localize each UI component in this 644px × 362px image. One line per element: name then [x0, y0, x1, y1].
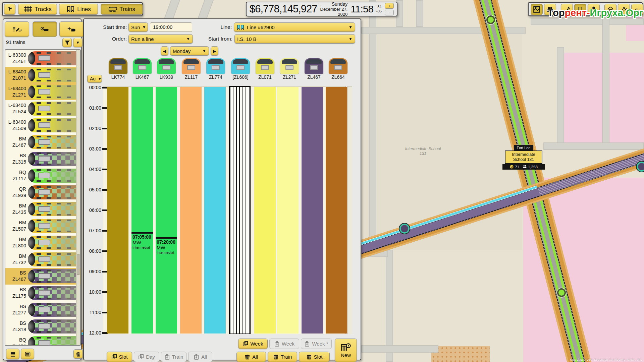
- train-tab[interactable]: [256, 58, 274, 74]
- timetable-column[interactable]: 07:05:00MWIntermediat: [131, 87, 153, 334]
- paste-icon: [304, 341, 310, 347]
- hour-label: 06:00: [85, 207, 101, 213]
- speed-down-button[interactable]: -: [385, 10, 394, 15]
- trains-mode-button[interactable]: Trains: [101, 4, 143, 15]
- train-list-item[interactable]: L-63400ZL524: [5, 100, 80, 117]
- train-list-item[interactable]: BMZL507: [5, 218, 80, 234]
- train-list-item[interactable]: BQZL076: [5, 335, 80, 346]
- copy-slot-button[interactable]: Slot: [107, 352, 132, 362]
- train-list-item[interactable]: L-63300ZL461: [5, 50, 80, 67]
- copy-day-button[interactable]: Day: [134, 352, 159, 362]
- prev-day-button[interactable]: ◀: [161, 46, 168, 56]
- timetable-column-selected[interactable]: [229, 86, 251, 334]
- train-livery-image: [28, 319, 79, 334]
- delete-train-button[interactable]: [73, 349, 83, 359]
- timetable-column[interactable]: [204, 87, 226, 334]
- train-tab[interactable]: [305, 58, 323, 74]
- train-list-item[interactable]: BMZL435: [5, 201, 80, 218]
- tracks-mode-button[interactable]: Tracks: [18, 4, 57, 15]
- train-tab[interactable]: [206, 58, 225, 74]
- train-tab[interactable]: [182, 58, 201, 74]
- schedule-block[interactable]: 07:20:00MWIntermediat: [156, 237, 177, 255]
- timetable-column[interactable]: [107, 87, 128, 334]
- timetable-column[interactable]: [180, 87, 202, 334]
- train-tab[interactable]: [231, 58, 250, 74]
- train-list-item[interactable]: BSZL318: [5, 318, 80, 335]
- train-list-item[interactable]: BMZL467: [5, 134, 80, 150]
- timetable-column[interactable]: 07:20:00MWIntermediat: [156, 87, 177, 334]
- next-day-button[interactable]: ▶: [211, 46, 218, 56]
- auto-dropdown[interactable]: Au▼: [87, 75, 102, 83]
- start-from-dropdown[interactable]: I.S. 10 B▼: [234, 34, 355, 44]
- station-marker[interactable]: [557, 288, 566, 297]
- map-tool-button-1[interactable]: [531, 4, 543, 15]
- train-item-label: BMZL467: [6, 136, 28, 148]
- tab-door: [187, 65, 195, 70]
- train-tab[interactable]: [133, 58, 152, 74]
- train-tab[interactable]: [157, 58, 176, 74]
- add-train-button[interactable]: [59, 21, 84, 37]
- train-list-item[interactable]: BSZL467: [5, 268, 80, 285]
- view-detailed-button[interactable]: [21, 349, 34, 359]
- timetable-grid[interactable]: 00:0001:0002:0003:0004:0005:0006:0007:00…: [84, 86, 362, 334]
- paste-week-button[interactable]: Week *: [301, 339, 332, 349]
- train-schedules-button[interactable]: [33, 21, 57, 37]
- road: [531, 18, 644, 25]
- timetable-column[interactable]: [302, 87, 323, 334]
- trash-train-button[interactable]: Train: [268, 352, 297, 362]
- train-list-item[interactable]: BSZL315: [5, 150, 80, 167]
- train-list-item[interactable]: BQZL117: [5, 167, 80, 184]
- train-list-panel: 91 trains ▼ L-63300ZL461L-63400ZL071L-63…: [3, 18, 82, 360]
- paste-week-button[interactable]: Week: [269, 339, 299, 349]
- speed-up-button[interactable]: +: [385, 3, 394, 9]
- train-window: [38, 307, 50, 312]
- train-shade: [28, 202, 79, 216]
- view-compact-button[interactable]: [6, 349, 19, 359]
- station-marker[interactable]: [486, 15, 495, 24]
- paste-train-button[interactable]: Train: [161, 352, 186, 362]
- order-dropdown[interactable]: Run a line▼: [128, 34, 193, 44]
- toolbar-button-label: Tracks: [35, 6, 51, 13]
- train-list-item[interactable]: L-63400ZL071: [5, 67, 80, 83]
- train-list-item[interactable]: BMZL800: [5, 234, 80, 251]
- start-time-input[interactable]: 19:00:00: [150, 22, 192, 32]
- timetable-column[interactable]: [277, 87, 299, 334]
- copy-week-button[interactable]: Week: [238, 339, 268, 349]
- start-day-dropdown[interactable]: Sun▼: [128, 22, 148, 32]
- train-unit: ZL939: [6, 192, 26, 199]
- train-list[interactable]: L-63300ZL461L-63400ZL071L-63400ZL271L-63…: [5, 49, 81, 346]
- train-list-item[interactable]: QRZL939: [5, 184, 80, 201]
- train-list-item[interactable]: BMZL732: [5, 251, 80, 268]
- train-item-label: L-63400ZL509: [6, 119, 28, 132]
- train-shade: [28, 236, 79, 250]
- edit-trains-button[interactable]: [5, 21, 29, 37]
- inspect-cursor-button[interactable]: i: [4, 4, 15, 15]
- trash-all-button[interactable]: All: [236, 352, 266, 362]
- day-dropdown[interactable]: Monday▼: [170, 46, 209, 56]
- paste-all-button[interactable]: All: [188, 352, 212, 362]
- list-scrollbar[interactable]: [76, 50, 80, 345]
- train-item-label: BSZL467: [6, 270, 28, 283]
- train-group: BS: [6, 270, 26, 276]
- station-marker[interactable]: [637, 162, 644, 172]
- trash-slot-button[interactable]: Slot: [299, 352, 330, 362]
- train-tab[interactable]: [329, 58, 347, 74]
- train-tab[interactable]: [109, 58, 127, 74]
- train-list-item[interactable]: L-63400ZL509: [5, 117, 80, 134]
- timetable-column[interactable]: [326, 87, 347, 334]
- schedule-block[interactable]: 07:05:00MWIntermediat: [131, 232, 153, 250]
- train-list-item[interactable]: L-63400ZL271: [5, 83, 80, 100]
- filter-button[interactable]: [62, 38, 72, 47]
- list-scrollbar-thumb[interactable]: [77, 254, 79, 275]
- sort-dropdown-button[interactable]: ▼: [73, 38, 83, 47]
- train-list-item[interactable]: BSZL277: [5, 301, 80, 318]
- train-tab[interactable]: [280, 58, 299, 74]
- station-marker[interactable]: [399, 224, 410, 234]
- train-list-item[interactable]: BSZL175: [5, 285, 80, 301]
- train-unit: ZL315: [6, 159, 26, 165]
- new-slot-button[interactable]: New: [335, 339, 357, 362]
- lines-mode-button[interactable]: Lines: [59, 4, 98, 15]
- grid-scrollbar[interactable]: [347, 86, 352, 334]
- line-dropdown[interactable]: Line #62900▼: [234, 22, 355, 32]
- timetable-column[interactable]: [254, 87, 276, 334]
